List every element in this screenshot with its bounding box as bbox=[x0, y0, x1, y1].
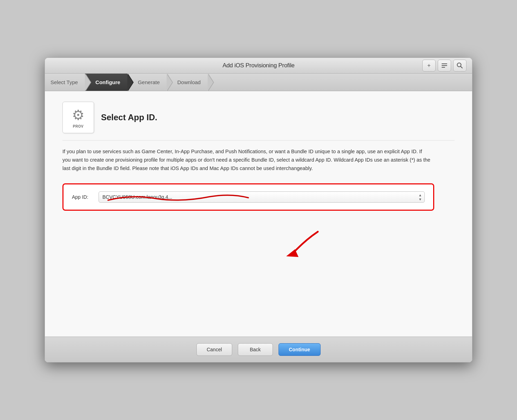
svg-rect-2 bbox=[442, 67, 445, 68]
window-title: Add iOS Provisioning Profile bbox=[222, 62, 294, 69]
svg-rect-1 bbox=[442, 65, 447, 66]
cancel-button[interactable]: Cancel bbox=[196, 343, 232, 356]
arrow-annotation-area bbox=[62, 225, 455, 260]
main-window: Add iOS Provisioning Profile + Select Ty… bbox=[45, 57, 472, 363]
prov-icon: ⚙ PROV bbox=[62, 102, 94, 133]
step-select-type: Select Type bbox=[45, 74, 85, 91]
app-id-label: App ID: bbox=[72, 194, 93, 200]
continue-button[interactable]: Continue bbox=[278, 343, 321, 356]
main-content: ⚙ PROV Select App ID. If you plan to use… bbox=[45, 91, 472, 337]
title-bar: Add iOS Provisioning Profile + bbox=[45, 58, 472, 74]
title-bar-actions: + bbox=[422, 60, 466, 72]
step-configure: Configure bbox=[85, 74, 127, 91]
svg-rect-0 bbox=[442, 63, 447, 64]
bottom-bar: Cancel Back Continue bbox=[45, 337, 472, 362]
app-id-select[interactable]: BCVCYU958U.com.lanou3g.4... bbox=[99, 191, 425, 203]
section-header: ⚙ PROV Select App ID. bbox=[62, 102, 455, 141]
app-id-select-wrapper: BCVCYU958U.com.lanou3g.4... ▲ ▼ bbox=[99, 191, 425, 203]
search-button[interactable] bbox=[453, 60, 466, 72]
add-button[interactable]: + bbox=[422, 60, 436, 72]
description-text: If you plan to use services such as Game… bbox=[62, 148, 431, 173]
steps-bar: Select Type Configure Generate Download bbox=[45, 74, 472, 91]
prov-icon-label: PROV bbox=[73, 124, 83, 128]
gear-icon: ⚙ bbox=[72, 107, 85, 123]
app-id-container: App ID: BCVCYU958U.com.lanou3g.4... ▲ ▼ bbox=[62, 183, 434, 211]
arrow-annotation bbox=[276, 228, 325, 260]
svg-line-4 bbox=[461, 67, 463, 68]
back-button[interactable]: Back bbox=[238, 343, 273, 356]
section-title: Select App ID. bbox=[101, 113, 157, 122]
edit-button[interactable] bbox=[438, 60, 451, 72]
app-id-row: App ID: BCVCYU958U.com.lanou3g.4... ▲ ▼ bbox=[72, 191, 425, 203]
